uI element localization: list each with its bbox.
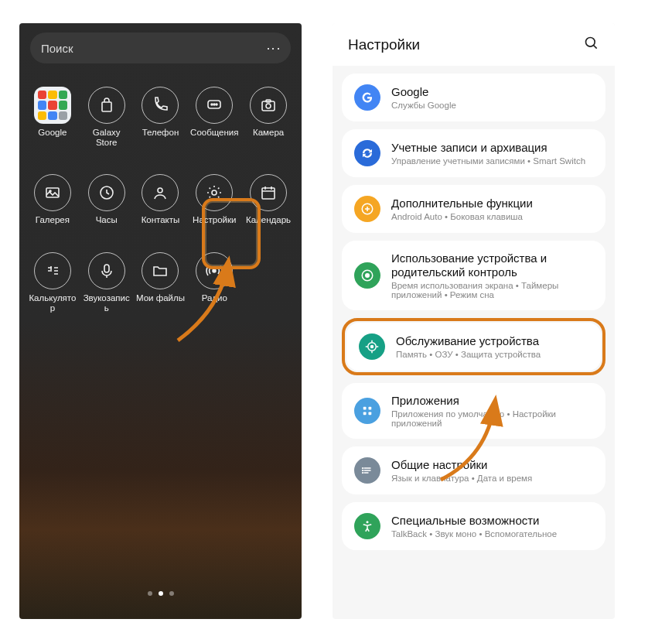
settings-item-subtitle: Память • ОЗУ • Защита устройства [396, 350, 541, 359]
svg-rect-5 [262, 101, 275, 111]
general-icon [354, 457, 380, 484]
settings-item-text: Дополнительные функцииAndroid Auto • Бок… [391, 197, 533, 221]
svg-rect-26 [369, 412, 372, 416]
settings-screen: Настройки GoogleСлужбы GoogleУчетные зап… [333, 23, 615, 619]
svg-rect-23 [363, 407, 367, 410]
page-indicator [19, 591, 302, 596]
settings-item-wellbeing[interactable]: Использование устройства и родительский … [342, 241, 605, 310]
svg-point-27 [362, 467, 363, 469]
settings-item-title: Общие настройки [391, 458, 532, 472]
svg-point-6 [266, 104, 271, 108]
svg-line-17 [594, 45, 597, 48]
settings-highlight [202, 198, 261, 269]
settings-item-subtitle: Android Auto • Боковая клавиша [391, 212, 533, 221]
settings-item-title: Google [391, 85, 456, 99]
app-label: Галерея [36, 215, 70, 225]
settings-item-text: Обслуживание устройстваПамять • ОЗУ • За… [396, 334, 541, 359]
settings-list: GoogleСлужбы GoogleУчетные записи и архи… [333, 66, 615, 558]
messages-icon [196, 87, 233, 124]
accessibility-icon [354, 513, 380, 539]
settings-item-subtitle: TalkBack • Звук моно • Вспомогательное [391, 529, 557, 539]
app-label: Сообщения [190, 128, 238, 138]
app-folder[interactable]: Google [26, 87, 80, 148]
app-mic[interactable]: Звукозапись [80, 252, 134, 313]
app-label: Galaxy Store [81, 128, 132, 148]
settings-item-text: Использование устройства и родительский … [391, 251, 593, 299]
settings-item-subtitle: Службы Google [391, 101, 456, 110]
more-icon[interactable]: ⋮ [265, 42, 282, 54]
svg-rect-13 [262, 188, 275, 199]
app-files[interactable]: Мои файлы [134, 252, 188, 313]
app-camera[interactable]: Камера [241, 87, 295, 148]
svg-point-30 [367, 521, 369, 523]
settings-item-general[interactable]: Общие настройкиЯзык и клавиатура • Дата … [342, 446, 605, 494]
svg-point-4 [216, 104, 217, 105]
search-placeholder: Поиск [41, 42, 73, 55]
settings-item-subtitle: Время использования экрана • Таймеры при… [391, 281, 593, 299]
app-clock[interactable]: Часы [80, 174, 134, 225]
settings-item-accessibility[interactable]: Специальные возможностиTalkBack • Звук м… [342, 502, 605, 550]
svg-point-2 [211, 104, 213, 105]
settings-item-title: Обслуживание устройства [396, 334, 541, 348]
app-contacts[interactable]: Контакты [134, 174, 188, 225]
svg-point-16 [586, 37, 595, 46]
files-icon [142, 252, 179, 289]
page-dot[interactable] [159, 591, 163, 596]
settings-item-subtitle: Приложения по умолчанию • Настройки прил… [391, 409, 593, 428]
settings-item-title: Учетные записи и архивация [391, 141, 585, 155]
folder-icon [34, 87, 71, 124]
svg-point-12 [212, 190, 217, 195]
wellbeing-icon [354, 262, 380, 289]
settings-item-apps[interactable]: ПриложенияПриложения по умолчанию • Наст… [342, 383, 605, 439]
calculator-icon [34, 252, 71, 289]
app-messages[interactable]: Сообщения [187, 87, 241, 148]
settings-item-text: Общие настройкиЯзык и клавиатура • Дата … [391, 458, 532, 483]
app-grid: GoogleGalaxy StoreТелефонСообщенияКамера… [19, 63, 302, 313]
app-label: Звукозапись [81, 293, 132, 313]
app-phone[interactable]: Телефон [134, 87, 188, 148]
contacts-icon [142, 174, 179, 211]
svg-rect-14 [104, 265, 109, 272]
app-label: Телефон [142, 128, 179, 138]
app-label: Google [38, 128, 67, 138]
svg-rect-0 [102, 102, 111, 111]
settings-item-text: ПриложенияПриложения по умолчанию • Наст… [391, 394, 593, 428]
settings-item-care[interactable]: Обслуживание устройстваПамять • ОЗУ • За… [346, 323, 601, 371]
svg-point-22 [370, 345, 374, 349]
search-bar[interactable]: Поиск ⋮ [30, 32, 291, 63]
svg-rect-25 [363, 412, 367, 416]
app-label: Контакты [142, 215, 180, 225]
care-icon [359, 333, 385, 360]
device-care-highlight: Обслуживание устройстваПамять • ОЗУ • За… [342, 318, 605, 375]
settings-item-title: Использование устройства и родительский … [391, 251, 593, 279]
phone-icon [142, 87, 179, 124]
settings-item-text: Специальные возможностиTalkBack • Звук м… [391, 514, 557, 539]
svg-point-15 [213, 269, 216, 272]
settings-item-plus[interactable]: Дополнительные функцииAndroid Auto • Бок… [342, 185, 605, 233]
page-dot[interactable] [169, 591, 174, 596]
page-dot[interactable] [148, 591, 152, 596]
settings-item-title: Приложения [391, 394, 593, 408]
clock-icon [88, 174, 125, 211]
settings-item-text: Учетные записи и архивацияУправление уче… [391, 141, 585, 166]
svg-point-20 [365, 273, 370, 278]
app-shopping[interactable]: Galaxy Store [80, 87, 134, 148]
app-gallery[interactable]: Галерея [26, 174, 80, 225]
apps-icon [354, 398, 380, 424]
shopping-icon [88, 87, 125, 124]
settings-item-sync[interactable]: Учетные записи и архивацияУправление уче… [342, 129, 605, 177]
app-label: Калькулятор [27, 293, 78, 313]
svg-point-9 [49, 190, 51, 192]
svg-rect-24 [369, 407, 372, 410]
settings-item-google[interactable]: GoogleСлужбы Google [342, 74, 605, 121]
sync-icon [354, 140, 380, 166]
app-label: Часы [96, 215, 118, 225]
app-label: Камера [253, 128, 284, 138]
search-icon[interactable] [584, 36, 599, 54]
settings-item-subtitle: Язык и клавиатура • Дата и время [391, 474, 532, 483]
svg-point-28 [362, 470, 363, 471]
app-calculator[interactable]: Калькулятор [26, 252, 80, 313]
settings-item-title: Дополнительные функции [391, 197, 533, 210]
settings-item-text: GoogleСлужбы Google [391, 85, 456, 110]
google-icon [354, 84, 380, 111]
